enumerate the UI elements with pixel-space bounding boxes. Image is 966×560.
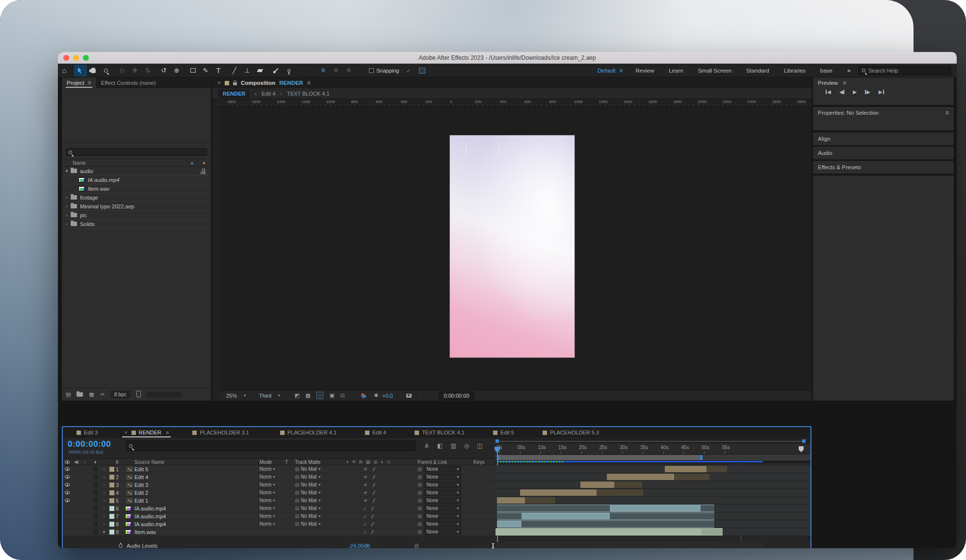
search-help-field[interactable]: Search Help [859, 66, 951, 75]
layer-color-swatch[interactable] [108, 475, 116, 480]
pickwhip-icon[interactable]: @ [295, 483, 299, 487]
delete-item-icon[interactable] [136, 392, 141, 397]
blend-mode-dropdown[interactable]: Norm▾ [260, 474, 285, 480]
last-frame-button[interactable]: ▶ [879, 89, 884, 95]
motion-blur-switch-icon[interactable]: ◎ [374, 459, 378, 464]
layer-name[interactable]: Edit 1 [134, 498, 260, 504]
layer-expand-chevron[interactable]: › [100, 475, 108, 480]
layer-expand-chevron[interactable]: › [100, 522, 108, 527]
viewer-timecode[interactable]: 0:00:00:00 [439, 391, 474, 400]
pickwhip-icon[interactable]: @ [295, 522, 299, 527]
pickwhip-icon[interactable]: @ [295, 506, 299, 511]
track-matte-dropdown[interactable]: @No Matte▾ [295, 490, 339, 495]
bar-segment[interactable] [580, 482, 614, 488]
audio-waveform-icon[interactable]: ♪ [364, 530, 366, 535]
tree-chevron-icon[interactable]: › [64, 204, 70, 209]
layer-row-edit-4[interactable]: ›2Edit 4Norm▾@No Matte▾✳/@None▾ [63, 473, 496, 481]
label-column-icon[interactable]: ⬧ [203, 160, 206, 166]
project-item-item-wav[interactable]: Item.wav [62, 184, 211, 193]
pickwhip-icon[interactable]: @ [418, 522, 422, 527]
frame-blending-icon[interactable]: ▥ [450, 442, 456, 449]
time-navigator[interactable] [496, 439, 810, 443]
pixel-aspect-icon[interactable]: ⊡ [340, 392, 345, 399]
layer-name[interactable]: Edit 5 [134, 466, 260, 472]
resolution-dropdown[interactable]: Third▾ [257, 393, 282, 399]
blend-mode-dropdown[interactable]: Norm▾ [260, 466, 285, 472]
joint-tool-3-icon[interactable]: ✵ [342, 65, 355, 76]
parent-dropdown[interactable]: None▾ [424, 521, 461, 527]
parent-link-column[interactable]: Parent & Link [418, 459, 467, 465]
parent-dropdown[interactable]: None▾ [424, 466, 461, 472]
new-composition-icon[interactable]: ▦ [89, 391, 94, 398]
snapshot-camera-icon[interactable] [406, 394, 412, 398]
motion-blur-icon[interactable]: ◎ [464, 442, 469, 449]
timeline-tab-render[interactable]: ×RENDER≡ [122, 427, 171, 438]
tree-chevron-icon[interactable]: › [64, 195, 70, 200]
video-column-icon[interactable] [65, 460, 70, 464]
layer-bar-9[interactable] [496, 528, 810, 536]
bar-segment[interactable] [665, 466, 706, 472]
snapping-toggle[interactable]: Snapping [369, 68, 399, 74]
pan-camera-tool-icon[interactable]: ✚ [129, 65, 141, 76]
panel-menu-icon[interactable]: ≡ [88, 79, 91, 86]
layer-color-swatch[interactable] [108, 467, 116, 472]
breadcrumb-textblock[interactable]: TEXT BLOCK 4.1 [287, 91, 330, 97]
pickwhip-icon[interactable]: @ [295, 514, 299, 519]
collapse-transformations-icon[interactable]: ✳ [364, 483, 367, 487]
layer-expand-chevron[interactable]: ▾ [100, 530, 108, 535]
keys-column[interactable]: Keys [467, 459, 496, 465]
bar-segment[interactable] [597, 489, 643, 496]
joint-tool-icon[interactable]: ✵ [317, 65, 330, 76]
quality-icon[interactable]: / [372, 529, 373, 535]
layer-visibility-icon[interactable] [65, 499, 70, 502]
bar-segment[interactable] [610, 513, 714, 519]
layer-row-edit-5[interactable]: ›1Edit 5Norm▾@No Matte▾✳/@None▾ [63, 465, 496, 473]
close-tab-icon[interactable]: × [124, 430, 127, 435]
properties-header[interactable]: Properties: No Selection ≡ [813, 107, 954, 119]
panel-header-align[interactable]: Align [813, 132, 954, 145]
quality-icon[interactable]: / [372, 506, 373, 511]
panel-header-audio[interactable]: Audio [813, 147, 954, 159]
brush-tool-icon[interactable]: ╱ [228, 65, 241, 76]
fast-previews-icon[interactable]: ◩ [294, 392, 299, 399]
rectangle-tool-icon[interactable] [186, 65, 199, 76]
layer-visibility-icon[interactable] [65, 475, 70, 479]
layer-color-swatch[interactable] [108, 483, 116, 487]
panel-header-effects-presets[interactable]: Effects & Presets [813, 161, 954, 174]
bar-segment[interactable] [496, 529, 702, 535]
home-icon[interactable] [58, 65, 71, 76]
region-of-interest-icon[interactable]: ▣ [329, 392, 334, 399]
quality-icon[interactable]: / [373, 474, 375, 480]
workspace-tab-small-screen[interactable]: Small Screen [698, 68, 731, 74]
bar-segment[interactable] [610, 505, 701, 511]
draft-3d-icon[interactable]: ◧ [437, 442, 443, 449]
bar-segment[interactable] [520, 489, 597, 496]
parent-dropdown[interactable]: None▾ [424, 529, 461, 535]
audio-waveform-icon[interactable]: ♪ [364, 506, 366, 511]
panel-menu-icon[interactable]: ≡ [945, 109, 949, 116]
bar-segment[interactable] [525, 497, 555, 504]
sort-ascending-icon[interactable]: ▲ [190, 160, 194, 165]
bar-segment[interactable] [522, 513, 610, 519]
layer-color-swatch[interactable] [108, 530, 116, 535]
source-name-column[interactable]: Source Name [134, 459, 260, 465]
joint-tool-2-icon[interactable]: ✵ [330, 65, 342, 76]
layer-bar-6[interactable] [496, 505, 810, 512]
zoom-tool-icon[interactable] [100, 65, 112, 76]
bar-segment[interactable] [702, 529, 723, 535]
audio-levels-label[interactable]: Audio Levels [127, 543, 157, 548]
bar-segment[interactable] [701, 505, 714, 511]
composition-canvas[interactable] [449, 135, 575, 358]
timeline-tab-placeholder-4-1[interactable]: PLACEHOLDER 4.1 [278, 427, 339, 438]
breadcrumb-edit4[interactable]: Edit 4 [261, 91, 275, 97]
work-area-end-handle[interactable] [700, 455, 703, 460]
layer-expand-chevron[interactable]: › [100, 514, 108, 519]
quality-icon[interactable]: / [372, 521, 373, 527]
vertical-ruler[interactable]: 2 0 002 0 04 0 06 0 08 0 01 0 0 01 2 0 0… [212, 107, 220, 401]
tree-chevron-icon[interactable]: › [64, 212, 70, 218]
layer-bar-7[interactable] [496, 512, 810, 520]
tab-effect-controls[interactable]: Effect Controls (none) [96, 77, 161, 88]
bar-segment[interactable] [607, 474, 674, 480]
tree-chevron-icon[interactable]: ▾ [64, 168, 70, 174]
layer-row-edit-1[interactable]: ›5Edit 1Norm▾@No Matte▾✳/@None▾ [63, 497, 496, 505]
